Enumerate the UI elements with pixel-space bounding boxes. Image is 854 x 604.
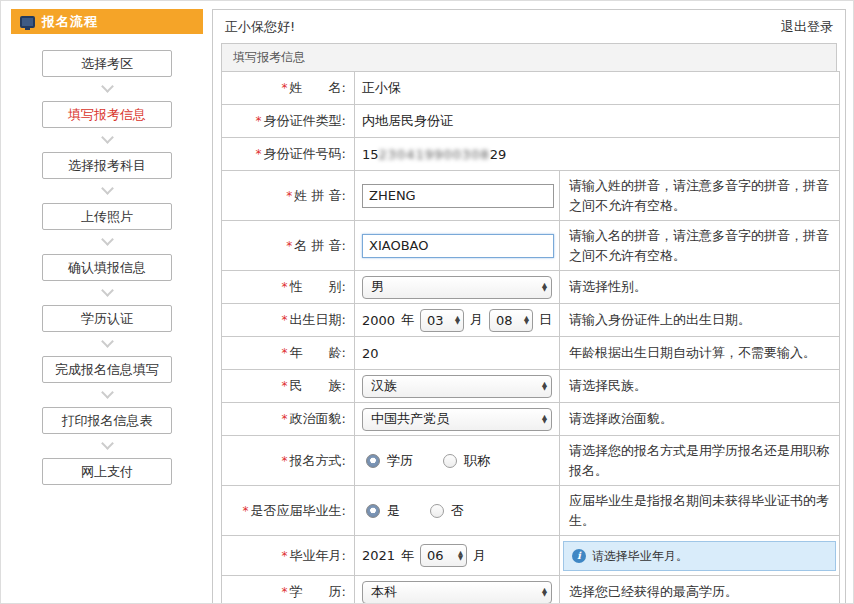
birth-date-label: *出生日期: — [222, 304, 355, 337]
birth-year-value: 2000 — [362, 313, 395, 328]
select-stepper-icon: ▲▼ — [542, 415, 547, 423]
id-type-label: *身份证件类型: — [222, 105, 355, 138]
row-name: *姓 名: 正小保 — [222, 72, 840, 105]
radio-education[interactable] — [366, 454, 380, 468]
fresh-graduate-hint: 应届毕业生是指报名期间未获得毕业证书的考生。 — [560, 486, 840, 536]
select-stepper-icon: ▲▼ — [455, 316, 460, 324]
masked-id-digits: 230419900308 — [379, 147, 490, 162]
step-select-area[interactable]: 选择考区 — [42, 50, 172, 77]
ethnicity-hint: 请选择民族。 — [560, 370, 840, 403]
row-given-pinyin: *名 拼 音: 请输入名的拼音，请注意多音字的拼音，拼音之间不允许有空格。 — [222, 221, 840, 271]
chevron-down-icon — [101, 233, 114, 246]
greeting-text: 正小保您好! — [225, 18, 295, 36]
graduation-month-select[interactable]: 06 ▲▼ — [420, 544, 467, 567]
chevron-down-icon — [101, 182, 114, 195]
gender-label: *性 别: — [222, 271, 355, 304]
step-online-payment[interactable]: 网上支付 — [42, 458, 172, 485]
graduation-year-value: 2021 — [362, 548, 395, 563]
row-age: *年 龄: 20 年龄根据出生日期自动计算，不需要输入。 — [222, 337, 840, 370]
chevron-down-icon — [101, 80, 114, 93]
row-graduation-date: *毕业年月: 2021 年 06 ▲▼ 月 i 请选 — [222, 536, 840, 576]
radio-no[interactable] — [430, 504, 444, 518]
birth-month-select[interactable]: 03 ▲▼ — [420, 309, 464, 332]
id-number-label: *身份证件号码: — [222, 138, 355, 171]
fresh-graduate-label: *是否应届毕业生: — [222, 486, 355, 536]
gender-hint: 请选择性别。 — [560, 271, 840, 304]
row-birth-date: *出生日期: 2000 年 03 ▲▼ 月 08 ▲▼ — [222, 304, 840, 337]
id-number-value: 1523041990030829 — [355, 138, 840, 171]
name-value: 正小保 — [355, 72, 840, 105]
main-header: 正小保您好! 退出登录 — [213, 10, 845, 43]
given-pinyin-label: *名 拼 音: — [222, 221, 355, 271]
sidebar-header: 报名流程 — [11, 9, 203, 34]
page: 报名流程 选择考区 填写报考信息 选择报考科目 上传照片 确认填报信息 学历认证… — [0, 0, 854, 604]
ethnicity-label: *民 族: — [222, 370, 355, 403]
step-print-form[interactable]: 打印报名信息表 — [42, 407, 172, 434]
monitor-icon — [20, 16, 35, 28]
given-pinyin-hint: 请输入名的拼音，请注意多音字的拼音，拼音之间不允许有空格。 — [560, 221, 840, 271]
radio-no-label: 否 — [451, 502, 464, 520]
select-stepper-icon: ▲▼ — [542, 382, 547, 390]
radio-title-label: 职称 — [464, 452, 490, 470]
select-stepper-icon: ▲▼ — [542, 283, 547, 291]
registration-method-label: *报名方式: — [222, 436, 355, 486]
step-confirm-info[interactable]: 确认填报信息 — [42, 254, 172, 281]
step-upload-photo[interactable]: 上传照片 — [42, 203, 172, 230]
row-fresh-graduate: *是否应届毕业生: 是 否 应届毕业生是指报名期间未获得毕业证书的考生。 — [222, 486, 840, 536]
row-gender: *性 别: 男 ▲▼ 请选择性别。 — [222, 271, 840, 304]
sidebar-title: 报名流程 — [42, 13, 98, 31]
name-label: *姓 名: — [222, 72, 355, 105]
step-fill-info[interactable]: 填写报考信息 — [42, 101, 172, 128]
graduation-date-label: *毕业年月: — [222, 536, 355, 576]
row-id-type: *身份证件类型: 内地居民身份证 — [222, 105, 840, 138]
age-value: 20 — [355, 337, 560, 370]
graduation-date-callout: i 请选择毕业年月。 — [563, 541, 836, 571]
row-id-number: *身份证件号码: 1523041990030829 — [222, 138, 840, 171]
chevron-down-icon — [101, 386, 114, 399]
radio-yes-label: 是 — [387, 502, 400, 520]
registration-method-hint: 请选择您的报名方式是用学历报名还是用职称报名。 — [560, 436, 840, 486]
logout-link[interactable]: 退出登录 — [781, 18, 833, 36]
surname-pinyin-label: *姓 拼 音: — [222, 171, 355, 221]
sidebar: 报名流程 选择考区 填写报考信息 选择报考科目 上传照片 确认填报信息 学历认证… — [11, 9, 203, 485]
row-education-level: *学 历: 本科 ▲▼ 选择您已经获得的最高学历。 — [222, 576, 840, 604]
surname-pinyin-hint: 请输入姓的拼音，请注意多音字的拼音，拼音之间不允许有空格。 — [560, 171, 840, 221]
info-icon: i — [572, 549, 586, 563]
select-stepper-icon: ▲▼ — [524, 316, 529, 324]
political-status-label: *政治面貌: — [222, 403, 355, 436]
education-level-select[interactable]: 本科 ▲▼ — [362, 581, 552, 604]
age-label: *年 龄: — [222, 337, 355, 370]
row-political-status: *政治面貌: 中国共产党员 ▲▼ 请选择政治面貌。 — [222, 403, 840, 436]
chevron-down-icon — [101, 131, 114, 144]
radio-title[interactable] — [443, 454, 457, 468]
birth-date-hint: 请输入身份证件上的出生日期。 — [560, 304, 840, 337]
row-ethnicity: *民 族: 汉族 ▲▼ 请选择民族。 — [222, 370, 840, 403]
education-level-label: *学 历: — [222, 576, 355, 604]
gender-select[interactable]: 男 ▲▼ — [362, 276, 552, 299]
step-education-verify[interactable]: 学历认证 — [42, 305, 172, 332]
graduation-date-hint: 请选择毕业年月。 — [592, 547, 688, 565]
chevron-down-icon — [101, 335, 114, 348]
education-level-hint: 选择您已经获得的最高学历。 — [560, 576, 840, 604]
given-pinyin-input[interactable] — [362, 234, 554, 258]
chevron-down-icon — [101, 437, 114, 450]
radio-yes[interactable] — [366, 504, 380, 518]
steps-list: 选择考区 填写报考信息 选择报考科目 上传照片 确认填报信息 学历认证 完成报名… — [11, 50, 203, 485]
step-select-subjects[interactable]: 选择报考科目 — [42, 152, 172, 179]
select-stepper-icon: ▲▼ — [542, 588, 547, 596]
political-status-select[interactable]: 中国共产党员 ▲▼ — [362, 408, 552, 431]
radio-education-label: 学历 — [387, 452, 413, 470]
id-type-value: 内地居民身份证 — [355, 105, 840, 138]
section-title: 填写报考信息 — [221, 43, 837, 71]
political-status-hint: 请选择政治面貌。 — [560, 403, 840, 436]
step-complete-info[interactable]: 完成报名信息填写 — [42, 356, 172, 383]
row-registration-method: *报名方式: 学历 职称 请选择您的报名方式是用学历报名还是用职称报名。 — [222, 436, 840, 486]
main-panel: 正小保您好! 退出登录 填写报考信息 *姓 名: 正小保 *身份证件类型: 内地… — [212, 9, 846, 604]
surname-pinyin-input[interactable] — [362, 184, 554, 208]
ethnicity-select[interactable]: 汉族 ▲▼ — [362, 375, 552, 398]
row-surname-pinyin: *姓 拼 音: 请输入姓的拼音，请注意多音字的拼音，拼音之间不允许有空格。 — [222, 171, 840, 221]
required-mark: * — [282, 81, 288, 95]
birth-day-select[interactable]: 08 ▲▼ — [489, 309, 533, 332]
chevron-down-icon — [101, 284, 114, 297]
age-hint: 年龄根据出生日期自动计算，不需要输入。 — [560, 337, 840, 370]
